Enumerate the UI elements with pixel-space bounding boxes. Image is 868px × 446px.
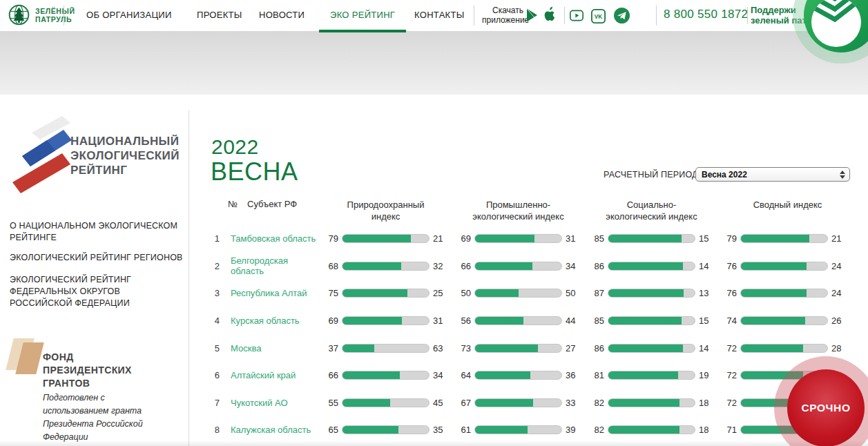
index-value-right: 63 — [433, 343, 451, 353]
index-bar — [608, 316, 695, 325]
logo-title-line1: ЗЕЛЁНЫЙ — [35, 7, 75, 15]
row-rank: 7 — [206, 398, 220, 408]
index-value-right: 35 — [433, 425, 451, 435]
vk-icon[interactable]: VK — [591, 9, 606, 23]
column-header-region: Субъект РФ — [247, 199, 297, 209]
index-bar-fill — [343, 262, 401, 270]
index-bar — [342, 316, 430, 325]
region-link[interactable]: Тамбовская область — [231, 233, 318, 244]
index-value-left: 69 — [322, 316, 338, 326]
index-value-left: 50 — [454, 288, 471, 298]
index-cell: 8119 — [588, 370, 717, 380]
index-value-left: 79 — [720, 233, 737, 244]
table-row: 3Республика Алтай7525505087137624 — [0, 280, 868, 307]
header-divider — [656, 6, 657, 26]
index-value-left: 76 — [720, 261, 737, 271]
index-bar-fill — [608, 235, 682, 242]
header-divider — [474, 6, 474, 26]
index-bar-fill — [343, 235, 411, 242]
index-bar — [342, 289, 430, 298]
index-bar — [608, 398, 695, 407]
index-value-left: 74 — [720, 316, 737, 326]
nav-item-projects[interactable]: ПРОЕКТЫ — [197, 10, 242, 20]
index-value-left: 85 — [588, 233, 604, 244]
apple-icon[interactable] — [541, 6, 556, 23]
index-cell: 6535 — [322, 425, 451, 435]
index-value-right: 39 — [566, 425, 584, 435]
index-value-left: 65 — [322, 425, 338, 435]
index-cell: 7921 — [322, 233, 451, 244]
google-play-icon[interactable] — [526, 8, 538, 22]
index-bar — [740, 344, 828, 353]
urgent-button[interactable]: СРОЧНО — [787, 369, 865, 446]
region-link[interactable]: Республика Алтай — [231, 288, 318, 298]
telegram-icon[interactable] — [614, 8, 630, 23]
index-bar — [474, 262, 562, 271]
table-row: 6Алтайский край6634643681197228 — [0, 362, 868, 389]
svg-text:VK: VK — [595, 14, 602, 20]
region-link[interactable]: Курская область — [231, 316, 318, 326]
index-value-left: 76 — [720, 288, 737, 298]
index-value-left: 66 — [322, 370, 338, 380]
index-value-left: 82 — [588, 398, 604, 408]
nav-item-contacts[interactable]: КОНТАКТЫ — [414, 10, 465, 20]
select-stepper-icon — [840, 171, 845, 179]
index-value-right: 31 — [433, 316, 451, 326]
index-cell: 8218 — [588, 425, 717, 435]
region-link[interactable]: Калужская область — [231, 425, 318, 435]
index-cell: 5545 — [322, 398, 451, 408]
index-bar — [740, 289, 828, 298]
index-value-left: 56 — [454, 316, 471, 326]
index-value-left: 82 — [588, 425, 604, 435]
index-value-left: 61 — [454, 425, 471, 435]
table-row: 8Калужская область6535613982187129 — [0, 416, 868, 444]
index-cell: 6139 — [454, 425, 584, 435]
index-value-right: 27 — [566, 343, 584, 353]
sberbank-logo[interactable] — [793, 0, 868, 64]
index-cell: 6634 — [322, 370, 451, 380]
phone-number[interactable]: 8 800 550 1872 — [664, 8, 748, 21]
index-value-right: 14 — [699, 343, 717, 353]
region-link[interactable]: Алтайский край — [231, 370, 318, 380]
row-rank: 3 — [206, 288, 220, 298]
index-value-left: 37 — [322, 343, 338, 353]
period-select[interactable]: Весна 2022 — [695, 167, 850, 182]
index-value-right: 15 — [699, 233, 717, 244]
index-value-left: 71 — [720, 425, 737, 435]
index-bar — [474, 289, 562, 298]
index-bar — [608, 262, 695, 271]
youtube-icon[interactable] — [570, 10, 584, 21]
index-value-right: 13 — [699, 288, 717, 298]
site-logo[interactable]: ЗЕЛЁНЫЙ ПАТРУЛЬ — [8, 4, 75, 26]
nav-item-news[interactable]: НОВОСТИ — [259, 10, 305, 20]
index-value-left: 66 — [454, 261, 471, 271]
index-value-left: 72 — [720, 398, 737, 408]
header-divider — [564, 7, 565, 24]
index-value-right: 25 — [433, 288, 451, 298]
index-value-left: 64 — [454, 370, 471, 380]
index-value-right: 50 — [566, 288, 584, 298]
nav-item-eco-rating[interactable]: ЭКО РЕЙТИНГ — [330, 10, 395, 20]
index-bar-fill — [343, 345, 374, 352]
nav-item-about[interactable]: ОБ ОРГАНИЗАЦИИ — [86, 10, 172, 20]
index-value-right: 24 — [831, 261, 849, 271]
index-bar — [474, 234, 562, 243]
index-bar-fill — [343, 399, 390, 407]
table-row: 4Курская область6931564485157426 — [0, 307, 868, 335]
index-cell: 7624 — [720, 288, 849, 298]
index-bar-fill — [608, 426, 679, 434]
top-navigation-bar: ЗЕЛЁНЫЙ ПАТРУЛЬ ОБ ОРГАНИЗАЦИИ ПРОЕКТЫ Н… — [0, 0, 868, 31]
index-value-right: 36 — [566, 370, 584, 380]
index-bar-fill — [475, 371, 530, 379]
index-value-left: 79 — [322, 233, 338, 244]
table-row: 7Чукотский АО5545673382187228 — [0, 389, 868, 417]
index-bar — [740, 234, 828, 243]
index-value-right: 14 — [699, 261, 717, 271]
region-link[interactable]: Белгородская область — [231, 255, 318, 276]
index-cell: 8515 — [588, 233, 717, 244]
header-divider — [64, 6, 64, 26]
index-bar — [474, 316, 562, 325]
region-link[interactable]: Москва — [231, 343, 318, 353]
index-value-right: 19 — [699, 370, 717, 380]
region-link[interactable]: Чукотский АО — [231, 398, 318, 408]
